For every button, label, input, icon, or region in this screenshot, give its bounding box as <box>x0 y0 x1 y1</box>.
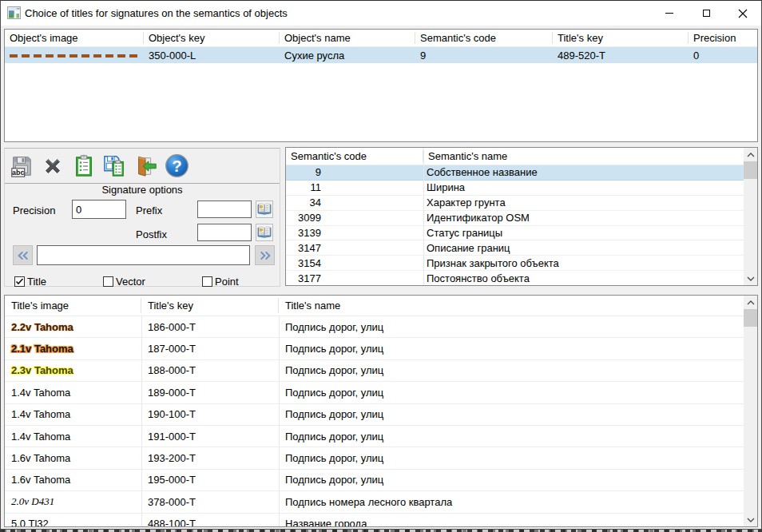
checkbox-label: Title <box>27 276 46 288</box>
title-name-cell: Подпись дорог, улиц <box>279 426 744 447</box>
minimize-button[interactable] <box>651 1 688 26</box>
title-key-cell: 191-000-T <box>141 426 279 447</box>
object-cell: 489-520-T <box>553 47 689 63</box>
titles-row[interactable]: 2.0v D431378-000-TПодпись номера лесного… <box>5 491 744 513</box>
column-separator <box>423 148 424 285</box>
exit-button[interactable] <box>133 153 158 178</box>
nav-next-button[interactable] <box>255 245 275 265</box>
title-image-sample: 2.2v Tahoma <box>5 316 141 337</box>
postfix-input[interactable] <box>197 224 252 241</box>
delete-button[interactable] <box>40 153 65 178</box>
titles-row[interactable]: 2.2v Tahoma186-000-TПодпись дорог, улиц <box>5 316 744 338</box>
objects-table-header: Object's imageObject's keyObject's nameS… <box>5 30 757 47</box>
scroll-down-button[interactable] <box>744 513 757 526</box>
object-image-cell <box>5 47 144 63</box>
semantics-scrollbar[interactable] <box>744 148 757 285</box>
title-key-cell: 187-000-T <box>141 338 279 359</box>
column-header[interactable]: Semantic's code <box>286 148 423 165</box>
column-header[interactable]: Title's name <box>279 296 758 316</box>
checkbox-vector[interactable]: Vector <box>103 276 145 288</box>
chevrons-right-icon <box>258 249 272 262</box>
prefix-list-button[interactable] <box>256 200 273 218</box>
column-header[interactable]: Semantic's code <box>415 30 553 46</box>
titles-scrollbar[interactable] <box>744 296 757 526</box>
postfix-label: Postfix <box>136 228 167 240</box>
titles-table-body: 2.2v Tahoma186-000-TПодпись дорог, улиц2… <box>5 316 744 526</box>
semantics-row[interactable]: 3099Идентификатор OSM <box>286 211 744 226</box>
scroll-up-button[interactable] <box>744 148 757 161</box>
group-title: Signature options <box>5 184 280 196</box>
semantics-row[interactable]: 3147Описание границ <box>286 240 744 256</box>
title-name-cell: Подпись номера лесного квартала <box>279 491 744 512</box>
checkbox-title[interactable]: Title <box>14 276 46 288</box>
semantics-row[interactable]: 3177Постоянство объекта <box>286 271 744 286</box>
semantic-name-cell: Характер грунта <box>427 196 744 210</box>
scroll-thumb[interactable] <box>744 161 757 179</box>
column-header[interactable]: Object's name <box>280 30 415 46</box>
floppy-clipboard-icon <box>103 154 127 178</box>
semantic-code-cell: 3139 <box>286 226 321 240</box>
precision-label: Precision <box>13 204 55 216</box>
column-header[interactable]: Title's key <box>141 296 279 316</box>
dashed-line-sample <box>10 54 138 58</box>
title-name-cell: Подпись дорог, улиц <box>279 316 744 337</box>
semantic-name-cell: Ширина <box>427 181 744 195</box>
save-button[interactable]: abc <box>9 153 34 178</box>
title-name-cell: Подпись дорог, улиц <box>279 470 744 490</box>
semantics-row[interactable]: 11Ширина <box>286 181 744 196</box>
titles-row[interactable]: 1.4v Tahoma190-100-TПодпись дорог, улиц <box>5 404 744 426</box>
book-icon <box>257 203 272 216</box>
scroll-down-button[interactable] <box>744 272 757 285</box>
chevron-down-icon <box>747 518 755 522</box>
title-name-cell: Подпись дорог, улиц <box>279 382 744 403</box>
scroll-thumb[interactable] <box>744 309 757 327</box>
nav-prev-button[interactable] <box>13 245 33 265</box>
titles-row[interactable]: 1.4v Tahoma191-000-TПодпись дорог, улиц <box>5 426 744 447</box>
save-list-button[interactable] <box>102 153 127 178</box>
book-icon <box>257 226 272 239</box>
semantics-row[interactable]: 34Характер грунта <box>286 196 744 211</box>
precision-input[interactable] <box>72 200 126 219</box>
titles-row[interactable]: 1.6v Tahoma195-000-TПодпись дорог, улиц <box>5 470 744 491</box>
objects-table-row[interactable]: 350-000-LСухие русла9489-520-T0 <box>5 47 757 63</box>
semantic-name-cell: Признак закрытого объекта <box>427 256 744 270</box>
svg-text:abc: abc <box>12 169 24 177</box>
postfix-list-button[interactable] <box>256 224 273 241</box>
help-button[interactable]: ? <box>165 153 189 178</box>
signature-options-panel: abc <box>4 148 280 287</box>
prefix-input[interactable] <box>197 200 252 218</box>
minimize-icon <box>665 13 673 14</box>
title-key-cell: 186-000-T <box>141 316 279 337</box>
object-cell: 9 <box>415 47 553 63</box>
scroll-up-button[interactable] <box>744 296 757 309</box>
close-icon <box>738 9 748 18</box>
column-header[interactable]: Object's image <box>5 30 144 46</box>
titles-row[interactable]: 2.1v Tahoma187-000-TПодпись дорог, улиц <box>5 338 744 359</box>
list-button[interactable] <box>71 153 96 178</box>
column-header[interactable]: Object's key <box>144 30 280 46</box>
column-header[interactable]: Semantic's name <box>423 148 746 165</box>
column-header[interactable]: Precision <box>689 30 758 46</box>
semantics-row[interactable]: 3139Статус границы <box>286 226 744 241</box>
semantic-name-cell: Описание границ <box>427 240 744 255</box>
signature-text-input[interactable] <box>37 245 250 265</box>
column-header[interactable]: Title's key <box>553 30 689 46</box>
titles-row[interactable]: 5.0 Tl32488-100-TНазвание города <box>5 514 744 526</box>
titles-row[interactable]: 1.6v Tahoma193-200-TПодпись дорог, улиц <box>5 447 744 469</box>
titles-row[interactable]: 1.4v Tahoma189-000-TПодпись дорог, улиц <box>5 382 744 403</box>
dialog-window: Choice of titles for signatures on the s… <box>0 0 762 530</box>
title-name-cell: Подпись дорог, улиц <box>279 447 744 468</box>
semantics-row[interactable]: 3154Признак закрытого объекта <box>286 256 744 271</box>
title-bar: Choice of titles for signatures on the s… <box>1 1 761 26</box>
svg-text:?: ? <box>172 157 181 175</box>
column-separator <box>279 316 280 526</box>
checkbox-row: TitleVectorPoint <box>5 276 280 289</box>
titles-row[interactable]: 2.3v Tahoma188-000-TПодпись дорог, улиц <box>5 360 744 382</box>
maximize-button[interactable] <box>688 1 724 26</box>
close-button[interactable] <box>724 1 761 26</box>
objects-table: Object's imageObject's keyObject's nameS… <box>4 29 758 142</box>
clipboard-list-icon <box>72 154 96 178</box>
checkbox-point[interactable]: Point <box>202 276 239 288</box>
column-header[interactable]: Title's image <box>5 296 141 316</box>
semantics-row[interactable]: 9Собственное название <box>286 165 744 181</box>
